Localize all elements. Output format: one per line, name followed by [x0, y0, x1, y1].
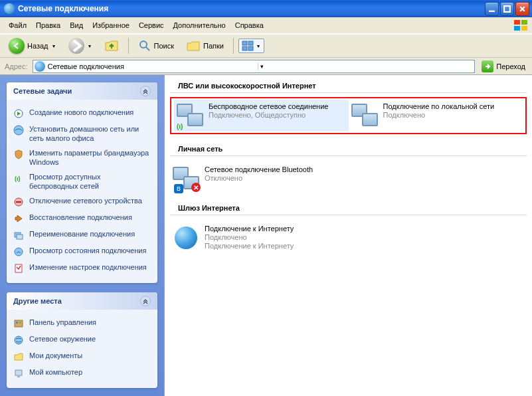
- section-title: ЛВС или высокоскоростной Интернет: [170, 78, 527, 93]
- connection-item[interactable]: Подключение к ИнтернетуПодключеноПодключ…: [170, 222, 349, 254]
- svg-rect-22: [19, 322, 21, 324]
- folders-button[interactable]: Папки: [181, 37, 228, 54]
- folder-up-icon: [104, 39, 119, 52]
- menu-file[interactable]: Файл: [4, 20, 31, 31]
- address-field[interactable]: Сетевые подключения ▾: [33, 60, 476, 73]
- svg-rect-2: [514, 20, 520, 25]
- task-label: Отключение сетевого устройства: [29, 196, 142, 205]
- task-icon: [13, 247, 24, 257]
- task-label: Восстановление подключения: [29, 213, 132, 222]
- task-item[interactable]: Изменить параметры брандмауэра Windows: [13, 146, 151, 169]
- connection-item[interactable]: ✕BСетевое подключение BluetoothОтключено: [170, 163, 349, 195]
- other-places-header[interactable]: Другие места: [7, 292, 157, 310]
- items-row: (ı)Беспроводное сетевое соединениеПодклю…: [170, 97, 527, 134]
- task-item[interactable]: Создание нового подключения: [13, 105, 151, 122]
- views-dropdown-icon: ▾: [256, 43, 261, 49]
- task-label: Установить домашнюю сеть или сеть малого…: [29, 124, 151, 143]
- menu-view[interactable]: Вид: [65, 20, 88, 31]
- task-icon: [13, 125, 24, 136]
- svg-text:(ı): (ı): [15, 175, 21, 182]
- task-item[interactable]: Изменение настроек подключения: [13, 260, 151, 276]
- menu-tools[interactable]: Сервис: [134, 20, 169, 31]
- forward-button[interactable]: ▾: [64, 36, 97, 56]
- menu-favorites[interactable]: Избранное: [88, 20, 134, 31]
- task-item[interactable]: Отключение сетевого устройства: [13, 193, 151, 210]
- connection-name: Сетевое подключение Bluetooth: [205, 165, 313, 174]
- search-icon: [138, 39, 151, 52]
- network-tasks-header[interactable]: Сетевые задачи: [7, 82, 157, 100]
- svg-rect-20: [15, 320, 23, 327]
- go-button[interactable]: Переход: [478, 59, 529, 74]
- forward-dropdown-icon[interactable]: ▾: [87, 43, 92, 49]
- connection-name: Подключение к Интернету: [205, 225, 294, 233]
- back-button[interactable]: Назад ▾: [4, 36, 61, 56]
- address-dropdown-icon[interactable]: ▾: [258, 63, 473, 70]
- svg-rect-0: [489, 10, 495, 11]
- globe-icon: [175, 227, 197, 249]
- task-item[interactable]: (ı)Просмотр доступных беспроводных сетей: [13, 169, 151, 193]
- svg-rect-25: [17, 376, 20, 377]
- task-label: Переименование подключения: [29, 229, 135, 239]
- address-text: Сетевые подключения: [48, 62, 258, 70]
- menu-help[interactable]: Справка: [230, 20, 268, 31]
- views-icon: [242, 41, 254, 51]
- task-label: Просмотр доступных беспроводных сетей: [29, 172, 151, 191]
- section-title: Шлюз Интернета: [170, 200, 527, 215]
- close-button[interactable]: [515, 2, 529, 16]
- task-item[interactable]: Просмотр состояния подключения: [13, 243, 151, 260]
- task-icon: [13, 263, 24, 274]
- search-button[interactable]: Поиск: [133, 37, 179, 54]
- section-title: Личная сеть: [170, 141, 527, 156]
- task-icon: [13, 213, 24, 224]
- task-icon: [13, 197, 24, 207]
- menubar: Файл Правка Вид Избранное Сервис Дополни…: [0, 17, 532, 34]
- task-label: Создание нового подключения: [29, 108, 133, 117]
- sidebar: Сетевые задачи Создание нового подключен…: [0, 75, 164, 396]
- connection-status: Подключено: [383, 111, 495, 120]
- svg-rect-8: [248, 41, 253, 45]
- menu-edit[interactable]: Правка: [31, 20, 65, 31]
- place-label: Мой компьютер: [29, 367, 82, 377]
- place-label: Панель управления: [29, 318, 96, 327]
- place-icon: [13, 335, 24, 346]
- up-button[interactable]: [100, 37, 124, 54]
- svg-rect-1: [504, 6, 510, 12]
- place-item[interactable]: Сетевое окружение: [13, 332, 151, 348]
- other-places-panel: Другие места Панель управленияСетевое ок…: [7, 292, 157, 388]
- task-label: Изменить параметры брандмауэра Windows: [29, 148, 151, 167]
- address-label: Адрес:: [3, 62, 30, 70]
- svg-rect-7: [242, 41, 247, 45]
- connection-icon: (ı): [177, 102, 203, 129]
- task-icon: (ı): [13, 173, 24, 183]
- menu-advanced[interactable]: Дополнительно: [169, 20, 230, 31]
- folders-icon: [186, 39, 201, 52]
- place-item[interactable]: Мои документы: [13, 348, 151, 365]
- svg-rect-9: [242, 47, 247, 50]
- task-icon: [13, 230, 24, 241]
- place-item[interactable]: Мой компьютер: [13, 365, 151, 381]
- task-item[interactable]: Восстановление подключения: [13, 210, 151, 227]
- connection-item[interactable]: (ı)Беспроводное сетевое соединениеПодклю…: [174, 100, 349, 132]
- views-button[interactable]: ▾: [238, 39, 264, 53]
- connection-item[interactable]: Подключение по локальной сетиПодключено: [349, 100, 523, 132]
- back-dropdown-icon[interactable]: ▾: [51, 43, 56, 49]
- place-icon: [13, 368, 24, 379]
- svg-rect-24: [15, 370, 22, 375]
- task-item[interactable]: Установить домашнюю сеть или сеть малого…: [13, 122, 151, 146]
- back-label: Назад: [27, 42, 48, 50]
- maximize-button[interactable]: [500, 2, 514, 16]
- connection-icon: [351, 102, 378, 129]
- windows-logo-icon: [513, 19, 528, 31]
- other-places-title: Другие места: [13, 297, 62, 305]
- place-item[interactable]: Панель управления: [13, 315, 151, 332]
- collapse-icon-2: [140, 296, 151, 306]
- task-item[interactable]: Переименование подключения: [13, 227, 151, 243]
- svg-rect-10: [248, 47, 253, 50]
- connection-status: Отключено: [205, 174, 313, 183]
- svg-rect-21: [16, 322, 18, 324]
- svg-rect-3: [521, 20, 527, 25]
- minimize-button[interactable]: [485, 2, 499, 16]
- connection-icon: ✕B: [173, 165, 199, 192]
- svg-point-23: [15, 336, 23, 344]
- place-label: Мои документы: [29, 351, 82, 360]
